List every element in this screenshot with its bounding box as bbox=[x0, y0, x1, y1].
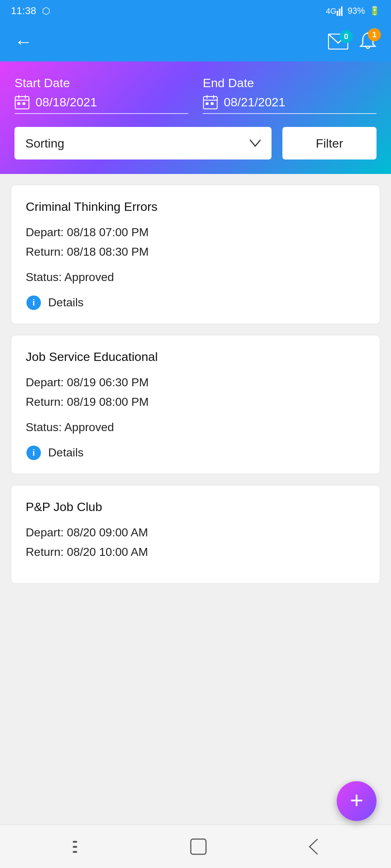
filter-panel: Start Date 08/18/2021 End Date bbox=[0, 61, 391, 174]
battery-text: 93% bbox=[348, 6, 365, 16]
nav-menu-button[interactable] bbox=[68, 835, 94, 858]
start-date-input[interactable]: 08/18/2021 bbox=[14, 94, 188, 114]
battery-icon: 🔋 bbox=[369, 6, 380, 16]
card-3: P&P Job Club Depart: 08/20 09:00 AM Retu… bbox=[11, 485, 380, 584]
svg-rect-6 bbox=[15, 97, 29, 109]
sorting-label: Sorting bbox=[25, 136, 64, 150]
svg-text:4G: 4G bbox=[326, 7, 336, 16]
status-bar-left: 11:38 ⬡ bbox=[11, 5, 50, 17]
svg-rect-10 bbox=[17, 102, 20, 105]
add-icon: + bbox=[350, 789, 363, 812]
start-date-label: Start Date bbox=[14, 76, 188, 90]
card-2-details-btn[interactable]: i Details bbox=[26, 445, 365, 461]
card-2-dates: Depart: 08/19 06:30 PM Return: 08/19 08:… bbox=[26, 373, 365, 412]
nav-back-button[interactable] bbox=[303, 834, 323, 859]
add-fab-button[interactable]: + bbox=[337, 781, 377, 821]
filter-button[interactable]: Filter bbox=[282, 127, 377, 159]
card-1-status: Status: Approved bbox=[26, 271, 365, 284]
card-1-dates: Depart: 08/18 07:00 PM Return: 08/18 08:… bbox=[26, 222, 365, 262]
mail-button-wrap[interactable]: 0 bbox=[328, 34, 348, 50]
action-row: Sorting Filter bbox=[14, 127, 377, 159]
svg-rect-23 bbox=[73, 846, 77, 848]
card-1-details-label: Details bbox=[48, 296, 84, 309]
start-date-field[interactable]: Start Date 08/18/2021 bbox=[14, 76, 188, 114]
card-2: Job Service Educational Depart: 08/19 06… bbox=[11, 335, 380, 474]
card-2-depart: Depart: 08/19 06:30 PM bbox=[26, 373, 365, 392]
chevron-down-icon bbox=[250, 140, 261, 147]
card-3-title: P&P Job Club bbox=[26, 500, 365, 514]
bell-button-wrap[interactable]: 1 bbox=[359, 32, 377, 51]
end-date-input[interactable]: 08/21/2021 bbox=[203, 94, 377, 114]
app-bar: ← 0 1 bbox=[0, 22, 391, 61]
filter-label: Filter bbox=[316, 136, 343, 150]
card-2-details-label: Details bbox=[48, 446, 84, 459]
svg-text:i: i bbox=[33, 448, 35, 458]
info-icon-1: i bbox=[26, 295, 42, 311]
end-calendar-icon bbox=[203, 94, 218, 110]
card-1-title: Criminal Thinking Errors bbox=[26, 200, 365, 214]
card-2-return: Return: 08/19 08:00 PM bbox=[26, 392, 365, 412]
back-button[interactable]: ← bbox=[14, 31, 33, 52]
svg-rect-11 bbox=[22, 102, 25, 105]
signal-icon: 4G bbox=[326, 6, 343, 16]
menu-icon bbox=[71, 839, 90, 855]
end-date-field[interactable]: End Date 08/21/2021 bbox=[203, 76, 377, 114]
card-1: Criminal Thinking Errors Depart: 08/18 0… bbox=[11, 185, 380, 324]
back-nav-icon bbox=[307, 838, 320, 856]
svg-rect-22 bbox=[73, 841, 77, 843]
date-row: Start Date 08/18/2021 End Date bbox=[14, 76, 377, 114]
svg-rect-3 bbox=[341, 7, 342, 16]
card-1-depart: Depart: 08/18 07:00 PM bbox=[26, 222, 365, 242]
bottom-nav bbox=[0, 825, 391, 868]
end-date-value: 08/21/2021 bbox=[224, 95, 285, 109]
svg-rect-25 bbox=[191, 839, 206, 854]
info-icon-2: i bbox=[26, 445, 42, 461]
svg-rect-24 bbox=[73, 851, 77, 853]
bell-badge: 1 bbox=[368, 28, 381, 41]
card-1-details-btn[interactable]: i Details bbox=[26, 295, 365, 311]
card-1-return: Return: 08/18 08:30 PM bbox=[26, 242, 365, 261]
svg-rect-2 bbox=[339, 9, 340, 16]
svg-rect-17 bbox=[211, 102, 214, 105]
card-3-depart: Depart: 08/20 09:00 AM bbox=[26, 523, 365, 542]
end-date-label: End Date bbox=[203, 76, 377, 90]
svg-rect-12 bbox=[203, 97, 217, 109]
card-3-return: Return: 08/20 10:00 AM bbox=[26, 542, 365, 562]
card-2-title: Job Service Educational bbox=[26, 350, 365, 364]
mail-badge: 0 bbox=[340, 30, 353, 43]
sorting-dropdown[interactable]: Sorting bbox=[14, 127, 272, 159]
main-content: Criminal Thinking Errors Depart: 08/18 0… bbox=[0, 174, 391, 627]
svg-rect-16 bbox=[206, 102, 209, 105]
svg-rect-1 bbox=[337, 11, 338, 16]
status-bar-right: 4G 93% 🔋 bbox=[326, 6, 380, 16]
app-bar-actions: 0 1 bbox=[328, 32, 377, 51]
card-2-status: Status: Approved bbox=[26, 421, 365, 434]
time: 11:38 bbox=[11, 5, 36, 17]
dropbox-icon: ⬡ bbox=[42, 5, 50, 17]
start-date-value: 08/18/2021 bbox=[35, 95, 97, 109]
nav-home-button[interactable] bbox=[186, 834, 211, 859]
svg-text:i: i bbox=[33, 298, 35, 307]
start-calendar-icon bbox=[14, 94, 30, 110]
home-icon bbox=[189, 838, 207, 856]
status-bar: 11:38 ⬡ 4G 93% 🔋 bbox=[0, 0, 391, 22]
card-3-dates: Depart: 08/20 09:00 AM Return: 08/20 10:… bbox=[26, 523, 365, 562]
